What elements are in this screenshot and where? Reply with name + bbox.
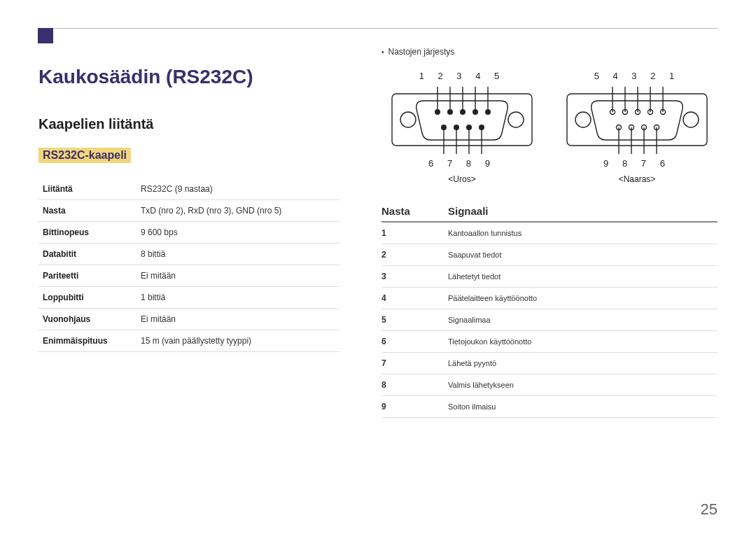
svg-point-2: [508, 112, 524, 127]
female-label: <Naaras>: [619, 174, 656, 184]
connector-female: 5 4 3 2 1: [564, 71, 710, 184]
svg-point-1: [400, 112, 416, 127]
table-row: LiitäntäRS232C (9 nastaa): [38, 178, 340, 200]
spec-table: LiitäntäRS232C (9 nastaa)NastaTxD (nro 2…: [38, 178, 340, 352]
db9-female-icon: [564, 81, 710, 158]
table-row: 1Kantoaallon tunnistus: [382, 223, 718, 244]
table-row: 4Päätelaitteen käyttöönotto: [382, 288, 718, 309]
spec-label: Liitäntä: [38, 178, 136, 200]
female-top-pins: 5 4 3 2 1: [594, 71, 680, 81]
table-row: 7Lähetä pyyntö: [382, 353, 718, 374]
signal-name: Soiton ilmaisu: [448, 396, 718, 418]
svg-point-23: [683, 112, 699, 127]
svg-point-22: [575, 112, 591, 127]
bullet-icon: •: [382, 48, 384, 56]
highlight-label: RS232C-kaapeli: [38, 148, 131, 163]
signal-name: Lähetä pyyntö: [448, 353, 718, 374]
table-row: 6Tietojoukon käyttöönotto: [382, 331, 718, 353]
spec-label: Nasta: [38, 200, 136, 222]
page-number: 25: [701, 500, 718, 519]
spec-label: Loppubitti: [38, 287, 136, 309]
signal-pin: 3: [382, 266, 448, 288]
signal-pin: 8: [382, 374, 448, 396]
signal-name: Lähetetyt tiedot: [448, 266, 718, 288]
signal-pin: 6: [382, 331, 448, 353]
table-row: Loppubitti1 bittiä: [38, 287, 340, 309]
signal-table: 1Kantoaallon tunnistus2Saapuvat tiedot3L…: [382, 223, 718, 418]
db9-male-icon: [388, 81, 536, 158]
table-row: 5Signaalimaa: [382, 309, 718, 331]
signal-name: Saapuvat tiedot: [448, 244, 718, 266]
signal-name: Kantoaallon tunnistus: [448, 223, 718, 244]
col-signaali: Signaali: [448, 205, 489, 217]
table-row: 8Valmis lähetykseen: [382, 374, 718, 396]
page-heading: Kaukosäädin (RS232C): [38, 66, 340, 88]
spec-label: Databitit: [38, 244, 136, 265]
table-row: Databitit8 bittiä: [38, 244, 340, 265]
male-top-pins: 1 2 3 4 5: [419, 71, 505, 81]
table-row: 9Soiton ilmaisu: [382, 396, 718, 418]
spec-value: Ei mitään: [136, 265, 340, 287]
spec-label: Enimmäispituus: [38, 330, 136, 352]
spec-value: TxD (nro 2), RxD (nro 3), GND (nro 5): [136, 200, 340, 222]
signal-table-header: Nasta Signaali: [382, 205, 718, 223]
spec-value: 9 600 bps: [136, 222, 340, 244]
svg-rect-0: [392, 94, 532, 146]
section-subheading: Kaapelien liitäntä: [38, 116, 340, 132]
spec-value: 8 bittiä: [136, 244, 340, 265]
spec-label: Vuonohjaus: [38, 309, 136, 330]
spec-value: Ei mitään: [136, 309, 340, 330]
table-row: Enimmäispituus15 m (vain päällystetty ty…: [38, 330, 340, 352]
pin-order-note: •Nastojen järjestys: [382, 47, 718, 57]
svg-rect-21: [567, 94, 707, 146]
signal-name: Valmis lähetykseen: [448, 374, 718, 396]
signal-pin: 9: [382, 396, 448, 418]
accent-bar: [38, 28, 53, 43]
signal-pin: 2: [382, 244, 448, 266]
spec-label: Pariteetti: [38, 265, 136, 287]
spec-value: RS232C (9 nastaa): [136, 178, 340, 200]
signal-name: Signaalimaa: [448, 309, 718, 331]
table-row: NastaTxD (nro 2), RxD (nro 3), GND (nro …: [38, 200, 340, 222]
signal-pin: 1: [382, 223, 448, 244]
signal-pin: 5: [382, 309, 448, 331]
female-bottom-pins: 9 8 7 6: [603, 158, 671, 169]
table-row: VuonohjausEi mitään: [38, 309, 340, 330]
table-row: Bittinopeus9 600 bps: [38, 222, 340, 244]
connector-male: 1 2 3 4 5: [388, 71, 536, 184]
table-row: 2Saapuvat tiedot: [382, 244, 718, 266]
signal-name: Päätelaitteen käyttöönotto: [448, 288, 718, 309]
table-row: PariteettiEi mitään: [38, 265, 340, 287]
col-nasta: Nasta: [382, 205, 448, 217]
male-bottom-pins: 6 7 8 9: [428, 158, 496, 169]
signal-pin: 7: [382, 353, 448, 374]
spec-value: 1 bittiä: [136, 287, 340, 309]
spec-value: 15 m (vain päällystetty tyyppi): [136, 330, 340, 352]
table-row: 3Lähetetyt tiedot: [382, 266, 718, 288]
signal-name: Tietojoukon käyttöönotto: [448, 331, 718, 353]
signal-pin: 4: [382, 288, 448, 309]
male-label: <Uros>: [448, 174, 475, 184]
spec-label: Bittinopeus: [38, 222, 136, 244]
